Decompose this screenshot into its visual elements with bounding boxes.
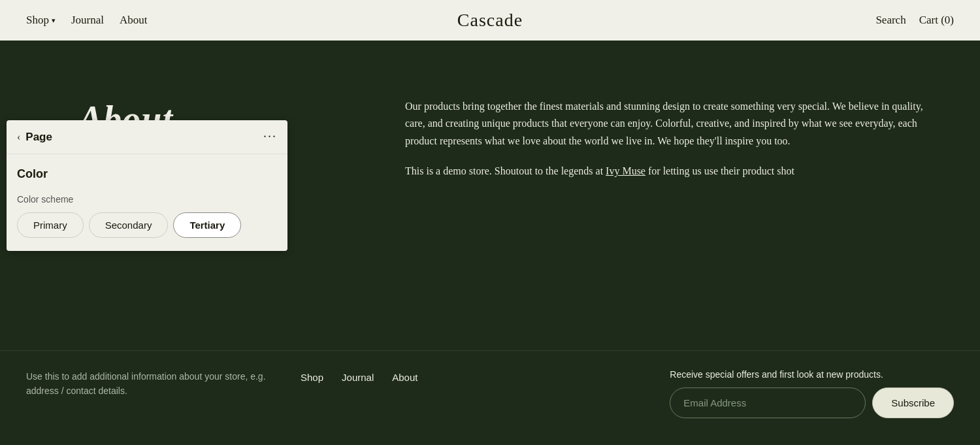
color-scheme-buttons: Primary Secondary Tertiary: [17, 212, 277, 238]
nav-journal[interactable]: Journal: [71, 14, 104, 27]
cart-button[interactable]: Cart (0): [919, 14, 954, 27]
site-logo[interactable]: Cascade: [457, 10, 523, 31]
secondary-scheme-button[interactable]: Secondary: [89, 212, 169, 238]
about-paragraph-2: This is a demo store. Shoutout to the le…: [405, 163, 928, 180]
side-panel-body: Color Color scheme Primary Secondary Ter…: [7, 154, 287, 251]
header-nav-left: Shop ▾ Journal About: [26, 14, 148, 27]
ivy-muse-link[interactable]: Ivy Muse: [606, 165, 645, 176]
footer-left: Use this to add additional information a…: [26, 369, 274, 399]
subscribe-button[interactable]: Subscribe: [872, 387, 954, 418]
about-text-suffix: for letting us use their product shot: [645, 165, 794, 176]
nav-shop[interactable]: Shop ▾: [26, 14, 56, 27]
about-text-block: Our products bring together the finest m…: [405, 98, 928, 193]
subscribe-form: Subscribe: [670, 387, 954, 418]
footer-nav-journal[interactable]: Journal: [342, 372, 374, 383]
header-nav-right: Search Cart (0): [875, 14, 954, 27]
tertiary-scheme-button[interactable]: Tertiary: [173, 212, 241, 238]
side-panel-header: ‹ Page ···: [7, 120, 287, 154]
side-panel: ‹ Page ··· Color Color scheme Primary Se…: [7, 120, 287, 251]
subscribe-text: Receive special offers and first look at…: [670, 369, 954, 380]
color-section-title: Color: [17, 167, 277, 181]
main-content: About ‹ Page ··· Color Color scheme Prim…: [0, 41, 980, 445]
back-chevron-icon: ‹: [17, 131, 20, 143]
back-button[interactable]: ‹ Page: [17, 131, 52, 144]
footer-subscribe: Receive special offers and first look at…: [670, 369, 954, 418]
header: Shop ▾ Journal About Cascade Search Cart…: [0, 0, 980, 41]
footer-left-text: Use this to add additional information a…: [26, 369, 274, 399]
email-input[interactable]: [670, 387, 866, 418]
chevron-down-icon: ▾: [52, 16, 56, 25]
footer: Use this to add additional information a…: [0, 350, 980, 445]
search-button[interactable]: Search: [875, 14, 906, 27]
more-options-button[interactable]: ···: [263, 129, 277, 144]
about-paragraph-1: Our products bring together the finest m…: [405, 98, 928, 150]
footer-nav: Shop Journal About: [301, 369, 670, 383]
color-scheme-label: Color scheme: [17, 194, 277, 205]
panel-title: Page: [25, 131, 52, 144]
nav-shop-label: Shop: [26, 14, 49, 27]
nav-about[interactable]: About: [120, 14, 148, 27]
footer-nav-about[interactable]: About: [392, 372, 417, 383]
primary-scheme-button[interactable]: Primary: [17, 212, 84, 238]
footer-nav-shop[interactable]: Shop: [301, 372, 323, 383]
about-text-prefix: This is a demo store. Shoutout to the le…: [405, 165, 606, 176]
